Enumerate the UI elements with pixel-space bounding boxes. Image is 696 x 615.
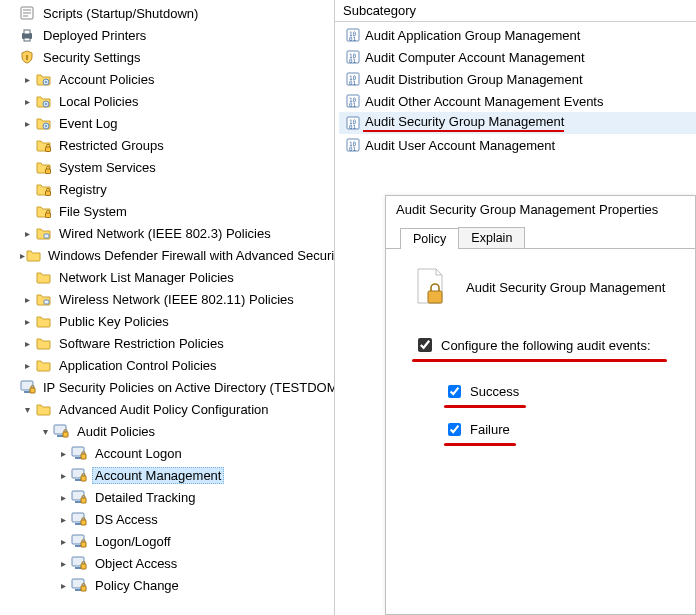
tree-item-event-log[interactable]: ▸ Event Log xyxy=(2,112,334,134)
tree-item-audit-policies[interactable]: ▾ Audit Policies xyxy=(2,420,334,442)
tree-item-scripts[interactable]: Scripts (Startup/Shutdown) xyxy=(2,2,334,24)
success-checkbox[interactable] xyxy=(448,385,461,398)
document-lock-icon xyxy=(414,267,448,307)
folder-icon xyxy=(25,247,41,263)
printer-icon xyxy=(18,27,36,43)
tree-item-wireless-network[interactable]: ▸ Wireless Network (IEEE 802.11) Policie… xyxy=(2,288,334,310)
tree-item-deployed-printers[interactable]: Deployed Printers xyxy=(2,24,334,46)
scroll-icon xyxy=(18,5,36,21)
tree-item-application-control[interactable]: ▸ Application Control Policies xyxy=(2,354,334,376)
tree-item-account-management[interactable]: ▸ Account Management xyxy=(2,464,334,486)
svg-rect-16 xyxy=(428,291,442,303)
tree-item-wired-network[interactable]: ▸ Wired Network (IEEE 802.3) Policies xyxy=(2,222,334,244)
tree-item-account-logon[interactable]: ▸ Account Logon xyxy=(2,442,334,464)
configure-label: Configure the following audit events: xyxy=(441,338,651,353)
chevron-right-icon[interactable]: ▸ xyxy=(20,294,34,305)
tab-explain[interactable]: Explain xyxy=(458,227,525,248)
tree-item-local-policies[interactable]: ▸ Local Policies xyxy=(2,90,334,112)
policy-icon xyxy=(343,137,363,153)
configure-checkbox[interactable] xyxy=(418,338,432,352)
failure-checkbox[interactable] xyxy=(448,423,461,436)
tree-item-policy-change[interactable]: ▸ Policy Change xyxy=(2,574,334,596)
tree-item-windows-defender-firewall[interactable]: ▸ Windows Defender Firewall with Advance… xyxy=(2,244,334,266)
chevron-right-icon[interactable]: ▸ xyxy=(56,514,70,525)
policy-icon xyxy=(343,49,363,65)
option-failure-label: Failure xyxy=(470,422,510,437)
chevron-right-icon[interactable]: ▸ xyxy=(56,448,70,459)
folder-gear-icon xyxy=(34,93,52,109)
chevron-right-icon[interactable]: ▸ xyxy=(20,74,34,85)
configure-events-checkbox-row: Configure the following audit events: xyxy=(414,335,671,355)
policy-icon xyxy=(343,93,363,109)
folder-icon xyxy=(34,313,52,329)
monitor-lock-icon xyxy=(70,511,88,527)
properties-dialog: Audit Security Group Management Properti… xyxy=(385,195,696,615)
nav-tree: Scripts (Startup/Shutdown) Deployed Prin… xyxy=(0,0,335,615)
monitor-lock-icon xyxy=(70,467,88,483)
monitor-lock-icon xyxy=(70,489,88,505)
chevron-right-icon[interactable]: ▸ xyxy=(20,360,34,371)
folder-gear-icon xyxy=(34,71,52,87)
shield-icon xyxy=(18,49,36,65)
chevron-right-icon[interactable]: ▸ xyxy=(56,470,70,481)
folder-lock-icon xyxy=(34,181,52,197)
tree-item-account-policies[interactable]: ▸ Account Policies xyxy=(2,68,334,90)
option-success-row: Success xyxy=(444,382,671,401)
tab-policy[interactable]: Policy xyxy=(400,228,459,249)
monitor-lock-icon xyxy=(52,423,70,439)
subcat-item-selected[interactable]: Audit Security Group Management xyxy=(339,112,696,134)
subcat-item[interactable]: Audit Application Group Management xyxy=(339,24,696,46)
chevron-right-icon[interactable]: ▸ xyxy=(20,228,34,239)
tree-item-security-settings[interactable]: Security Settings xyxy=(2,46,334,68)
folder-icon xyxy=(34,335,52,351)
tree-item-ds-access[interactable]: ▸ DS Access xyxy=(2,508,334,530)
folder-lock-icon xyxy=(34,159,52,175)
chevron-right-icon[interactable]: ▸ xyxy=(56,558,70,569)
tree-item-detailed-tracking[interactable]: ▸ Detailed Tracking xyxy=(2,486,334,508)
policy-name: Audit Security Group Management xyxy=(466,280,665,295)
chevron-down-icon[interactable]: ▾ xyxy=(38,426,52,437)
chevron-right-icon[interactable]: ▸ xyxy=(20,118,34,129)
folder-gear-icon xyxy=(34,115,52,131)
chevron-right-icon[interactable]: ▸ xyxy=(56,580,70,591)
subcat-item[interactable]: Audit User Account Management xyxy=(339,134,696,156)
tree-item-file-system[interactable]: File System xyxy=(2,200,334,222)
tree-item-software-restriction[interactable]: ▸ Software Restriction Policies xyxy=(2,332,334,354)
chevron-right-icon[interactable]: ▸ xyxy=(56,536,70,547)
chevron-right-icon[interactable]: ▸ xyxy=(56,492,70,503)
monitor-lock-icon xyxy=(70,577,88,593)
tree-item-system-services[interactable]: System Services xyxy=(2,156,334,178)
subcat-item[interactable]: Audit Distribution Group Management xyxy=(339,68,696,90)
annotation-underline xyxy=(412,359,667,362)
option-success-label: Success xyxy=(470,384,519,399)
folder-lock-icon xyxy=(34,137,52,153)
annotation-underline xyxy=(444,443,516,446)
folder-lock-icon xyxy=(34,203,52,219)
folder-net-icon xyxy=(34,225,52,241)
monitor-lock-icon xyxy=(70,555,88,571)
option-failure-row: Failure xyxy=(444,420,671,439)
chevron-right-icon[interactable]: ▸ xyxy=(20,96,34,107)
tree-item-public-key-policies[interactable]: ▸ Public Key Policies xyxy=(2,310,334,332)
subcat-item[interactable]: Audit Computer Account Management xyxy=(339,46,696,68)
folder-icon xyxy=(34,401,52,417)
tree-item-network-list-manager[interactable]: Network List Manager Policies xyxy=(2,266,334,288)
chevron-right-icon[interactable]: ▸ xyxy=(20,338,34,349)
monitor-lock-icon xyxy=(70,533,88,549)
folder-net-icon xyxy=(34,291,52,307)
dialog-title: Audit Security Group Management Properti… xyxy=(386,196,695,221)
subcat-item[interactable]: Audit Other Account Management Events xyxy=(339,90,696,112)
chevron-right-icon[interactable]: ▸ xyxy=(20,316,34,327)
subcategory-list: Audit Application Group Management Audit… xyxy=(335,22,696,158)
tree-item-advanced-audit[interactable]: ▾ Advanced Audit Policy Configuration xyxy=(2,398,334,420)
policy-icon xyxy=(343,27,363,43)
tree-item-ip-security[interactable]: IP Security Policies on Active Directory… xyxy=(2,376,334,398)
tree-item-object-access[interactable]: ▸ Object Access xyxy=(2,552,334,574)
subcategory-column-header[interactable]: Subcategory xyxy=(335,0,696,22)
chevron-down-icon[interactable]: ▾ xyxy=(20,404,34,415)
tree-item-restricted-groups[interactable]: Restricted Groups xyxy=(2,134,334,156)
folder-icon xyxy=(34,357,52,373)
annotation-underline xyxy=(444,405,526,408)
tree-item-registry[interactable]: Registry xyxy=(2,178,334,200)
tree-item-logon-logoff[interactable]: ▸ Logon/Logoff xyxy=(2,530,334,552)
